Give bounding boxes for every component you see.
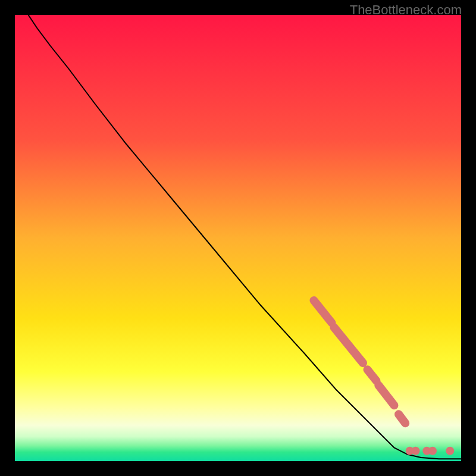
highlight-dot	[412, 447, 420, 455]
watermark-text: TheBottleneck.com	[350, 2, 462, 18]
highlight-dot	[428, 447, 437, 455]
chart-container	[15, 15, 461, 461]
gradient-background	[15, 15, 461, 461]
highlight-segment	[399, 414, 405, 423]
highlight-dot	[446, 447, 454, 455]
chart-svg	[15, 15, 461, 461]
